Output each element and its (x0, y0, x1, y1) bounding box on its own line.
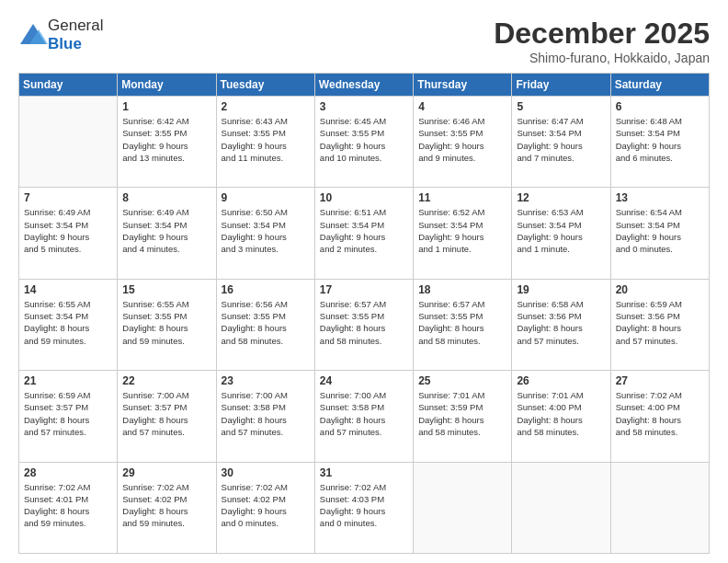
calendar-cell: 18Sunrise: 6:57 AM Sunset: 3:55 PM Dayli… (414, 279, 512, 370)
week-row-5: 28Sunrise: 7:02 AM Sunset: 4:01 PM Dayli… (19, 462, 710, 553)
day-number: 11 (418, 191, 506, 204)
calendar-cell: 22Sunrise: 7:00 AM Sunset: 3:57 PM Dayli… (118, 371, 216, 462)
day-info: Sunrise: 7:00 AM Sunset: 3:58 PM Dayligh… (320, 389, 408, 438)
calendar-cell: 9Sunrise: 6:50 AM Sunset: 3:54 PM Daylig… (216, 188, 314, 279)
day-info: Sunrise: 7:01 AM Sunset: 4:00 PM Dayligh… (517, 389, 605, 438)
day-info: Sunrise: 6:54 AM Sunset: 3:54 PM Dayligh… (616, 206, 704, 255)
day-info: Sunrise: 6:57 AM Sunset: 3:55 PM Dayligh… (320, 298, 408, 347)
calendar-cell: 29Sunrise: 7:02 AM Sunset: 4:02 PM Dayli… (118, 462, 216, 553)
calendar-cell: 11Sunrise: 6:52 AM Sunset: 3:54 PM Dayli… (414, 188, 512, 279)
day-number: 22 (122, 374, 210, 387)
calendar-cell (19, 97, 118, 188)
day-info: Sunrise: 6:49 AM Sunset: 3:54 PM Dayligh… (24, 206, 112, 255)
day-info: Sunrise: 6:43 AM Sunset: 3:55 PM Dayligh… (222, 115, 310, 164)
page: General Blue December 2025 Shimo-furano,… (0, 0, 728, 563)
calendar-cell: 3Sunrise: 6:45 AM Sunset: 3:55 PM Daylig… (314, 97, 413, 188)
calendar-cell: 20Sunrise: 6:59 AM Sunset: 3:56 PM Dayli… (610, 279, 709, 370)
day-info: Sunrise: 6:45 AM Sunset: 3:55 PM Dayligh… (320, 115, 408, 164)
day-number: 7 (24, 191, 112, 204)
calendar: SundayMondayTuesdayWednesdayThursdayFrid… (18, 73, 710, 554)
calendar-cell: 5Sunrise: 6:47 AM Sunset: 3:54 PM Daylig… (512, 97, 610, 188)
day-info: Sunrise: 7:02 AM Sunset: 4:02 PM Dayligh… (222, 481, 310, 530)
day-info: Sunrise: 7:02 AM Sunset: 4:01 PM Dayligh… (24, 481, 112, 530)
calendar-cell: 19Sunrise: 6:58 AM Sunset: 3:56 PM Dayli… (512, 279, 610, 370)
day-info: Sunrise: 6:48 AM Sunset: 3:54 PM Dayligh… (616, 115, 704, 164)
day-number: 23 (222, 374, 310, 387)
day-number: 2 (222, 100, 310, 113)
calendar-cell: 12Sunrise: 6:53 AM Sunset: 3:54 PM Dayli… (512, 188, 610, 279)
day-number: 17 (320, 283, 408, 296)
day-info: Sunrise: 7:02 AM Sunset: 4:00 PM Dayligh… (616, 389, 704, 438)
calendar-cell: 24Sunrise: 7:00 AM Sunset: 3:58 PM Dayli… (314, 371, 413, 462)
day-number: 15 (122, 283, 210, 296)
calendar-cell: 27Sunrise: 7:02 AM Sunset: 4:00 PM Dayli… (610, 371, 709, 462)
day-number: 26 (517, 374, 605, 387)
calendar-cell: 21Sunrise: 6:59 AM Sunset: 3:57 PM Dayli… (19, 371, 118, 462)
calendar-cell: 26Sunrise: 7:01 AM Sunset: 4:00 PM Dayli… (512, 371, 610, 462)
day-number: 14 (24, 283, 112, 296)
calendar-cell: 4Sunrise: 6:46 AM Sunset: 3:55 PM Daylig… (414, 97, 512, 188)
day-info: Sunrise: 6:57 AM Sunset: 3:55 PM Dayligh… (418, 298, 506, 347)
week-row-2: 7Sunrise: 6:49 AM Sunset: 3:54 PM Daylig… (19, 188, 710, 279)
day-info: Sunrise: 6:55 AM Sunset: 3:55 PM Dayligh… (122, 298, 210, 347)
calendar-cell: 2Sunrise: 6:43 AM Sunset: 3:55 PM Daylig… (216, 97, 314, 188)
header: General Blue December 2025 Shimo-furano,… (18, 17, 710, 65)
calendar-cell: 6Sunrise: 6:48 AM Sunset: 3:54 PM Daylig… (610, 97, 709, 188)
day-number: 18 (418, 283, 506, 296)
day-info: Sunrise: 6:59 AM Sunset: 3:56 PM Dayligh… (616, 298, 704, 347)
calendar-cell: 16Sunrise: 6:56 AM Sunset: 3:55 PM Dayli… (216, 279, 314, 370)
month-title: December 2025 (494, 17, 710, 51)
calendar-cell: 15Sunrise: 6:55 AM Sunset: 3:55 PM Dayli… (118, 279, 216, 370)
day-number: 16 (222, 283, 310, 296)
calendar-cell: 10Sunrise: 6:51 AM Sunset: 3:54 PM Dayli… (314, 188, 413, 279)
day-number: 12 (517, 191, 605, 204)
day-number: 5 (517, 100, 605, 113)
day-info: Sunrise: 6:47 AM Sunset: 3:54 PM Dayligh… (517, 115, 605, 164)
day-info: Sunrise: 6:59 AM Sunset: 3:57 PM Dayligh… (24, 389, 112, 438)
day-number: 9 (222, 191, 310, 204)
day-info: Sunrise: 6:42 AM Sunset: 3:55 PM Dayligh… (122, 115, 210, 164)
calendar-cell (414, 462, 512, 553)
calendar-cell: 23Sunrise: 7:00 AM Sunset: 3:58 PM Dayli… (216, 371, 314, 462)
day-number: 21 (24, 374, 112, 387)
week-row-3: 14Sunrise: 6:55 AM Sunset: 3:54 PM Dayli… (19, 279, 710, 370)
calendar-cell (610, 462, 709, 553)
day-number: 6 (616, 100, 704, 113)
calendar-cell: 7Sunrise: 6:49 AM Sunset: 3:54 PM Daylig… (19, 188, 118, 279)
logo-icon (18, 22, 48, 48)
day-number: 19 (517, 283, 605, 296)
day-number: 8 (122, 191, 210, 204)
weekday-header-thursday: Thursday (414, 74, 512, 97)
day-number: 25 (418, 374, 506, 387)
weekday-header-wednesday: Wednesday (314, 74, 413, 97)
day-info: Sunrise: 6:53 AM Sunset: 3:54 PM Dayligh… (517, 206, 605, 255)
day-number: 28 (24, 466, 112, 479)
week-row-4: 21Sunrise: 6:59 AM Sunset: 3:57 PM Dayli… (19, 371, 710, 462)
logo-general: General (48, 17, 103, 34)
day-number: 10 (320, 191, 408, 204)
weekday-header-monday: Monday (118, 74, 216, 97)
day-number: 4 (418, 100, 506, 113)
weekday-header-row: SundayMondayTuesdayWednesdayThursdayFrid… (19, 74, 710, 97)
day-number: 31 (320, 466, 408, 479)
day-number: 13 (616, 191, 704, 204)
calendar-cell: 8Sunrise: 6:49 AM Sunset: 3:54 PM Daylig… (118, 188, 216, 279)
week-row-1: 1Sunrise: 6:42 AM Sunset: 3:55 PM Daylig… (19, 97, 710, 188)
day-info: Sunrise: 6:52 AM Sunset: 3:54 PM Dayligh… (418, 206, 506, 255)
day-info: Sunrise: 7:00 AM Sunset: 3:58 PM Dayligh… (222, 389, 310, 438)
logo: General Blue (18, 17, 103, 53)
calendar-cell: 31Sunrise: 7:02 AM Sunset: 4:03 PM Dayli… (314, 462, 413, 553)
logo-blue: Blue (48, 35, 82, 52)
day-number: 20 (616, 283, 704, 296)
day-number: 30 (222, 466, 310, 479)
calendar-cell: 28Sunrise: 7:02 AM Sunset: 4:01 PM Dayli… (19, 462, 118, 553)
day-info: Sunrise: 6:49 AM Sunset: 3:54 PM Dayligh… (122, 206, 210, 255)
calendar-cell: 14Sunrise: 6:55 AM Sunset: 3:54 PM Dayli… (19, 279, 118, 370)
weekday-header-tuesday: Tuesday (216, 74, 314, 97)
weekday-header-saturday: Saturday (610, 74, 709, 97)
calendar-cell: 13Sunrise: 6:54 AM Sunset: 3:54 PM Dayli… (610, 188, 709, 279)
calendar-cell: 25Sunrise: 7:01 AM Sunset: 3:59 PM Dayli… (414, 371, 512, 462)
day-info: Sunrise: 6:46 AM Sunset: 3:55 PM Dayligh… (418, 115, 506, 164)
day-number: 29 (122, 466, 210, 479)
weekday-header-sunday: Sunday (19, 74, 118, 97)
